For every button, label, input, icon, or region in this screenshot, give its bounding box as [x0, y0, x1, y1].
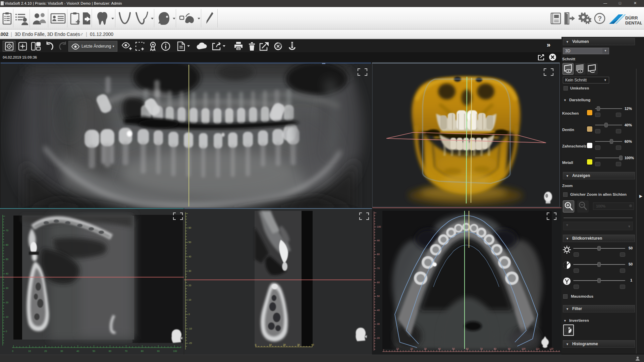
svg-text:60: 60: [377, 281, 380, 284]
svg-text:10: 10: [189, 299, 191, 301]
svg-text:30: 30: [60, 350, 63, 352]
svg-text:80: 80: [494, 348, 496, 350]
svg-text:30: 30: [6, 287, 8, 289]
svg-text:80: 80: [141, 350, 144, 352]
svg-text:50: 50: [6, 258, 8, 260]
svg-text:10: 10: [269, 344, 272, 346]
svg-text:0: 0: [255, 344, 256, 346]
svg-text:60: 60: [6, 244, 8, 246]
svg-text:30: 30: [297, 344, 300, 346]
svg-text:50: 50: [93, 350, 95, 352]
svg-text:110: 110: [536, 348, 539, 350]
svg-text:90: 90: [157, 350, 160, 352]
svg-text:50: 50: [189, 241, 191, 243]
svg-text:90: 90: [508, 348, 511, 350]
svg-text:40: 40: [6, 273, 8, 275]
svg-text:120: 120: [549, 348, 553, 350]
svg-text:-20: -20: [189, 342, 192, 344]
svg-text:100: 100: [173, 350, 177, 352]
svg-text:20: 20: [410, 348, 413, 350]
svg-text:10: 10: [396, 348, 399, 350]
svg-text:30: 30: [424, 348, 427, 350]
svg-text:20: 20: [283, 344, 286, 346]
svg-text:20: 20: [6, 301, 8, 304]
svg-text:40: 40: [377, 309, 380, 311]
svg-text:?: ?: [598, 15, 602, 22]
svg-text:0: 0: [12, 350, 13, 352]
svg-text:100: 100: [377, 226, 381, 228]
svg-text:60: 60: [466, 348, 469, 350]
svg-text:30: 30: [189, 270, 191, 272]
svg-text:40: 40: [311, 344, 314, 346]
svg-text:50: 50: [452, 348, 455, 350]
svg-text:60: 60: [189, 227, 191, 229]
svg-text:70: 70: [125, 350, 127, 352]
svg-text:DENTAL: DENTAL: [625, 20, 642, 25]
svg-text:30: 30: [377, 323, 380, 325]
svg-text:50: 50: [377, 295, 380, 297]
svg-text:70: 70: [377, 267, 380, 269]
svg-text:0: 0: [189, 313, 190, 315]
svg-text:40: 40: [189, 255, 191, 258]
svg-text:0: 0: [6, 330, 7, 333]
svg-text:-10: -10: [189, 327, 192, 330]
svg-text:DÜRR: DÜRR: [625, 15, 638, 20]
svg-text:20: 20: [377, 337, 380, 339]
svg-text:20: 20: [189, 284, 191, 287]
svg-text:70: 70: [480, 348, 483, 350]
svg-text:40: 40: [438, 348, 441, 350]
svg-text:80: 80: [377, 253, 380, 255]
svg-text:10: 10: [28, 350, 31, 352]
svg-text:20: 20: [44, 350, 47, 352]
svg-text:70: 70: [6, 229, 8, 232]
svg-text:10: 10: [6, 316, 8, 318]
svg-text:40: 40: [76, 350, 79, 352]
svg-text:90: 90: [377, 239, 380, 242]
svg-text:60: 60: [109, 350, 111, 352]
svg-text:100: 100: [522, 348, 526, 350]
